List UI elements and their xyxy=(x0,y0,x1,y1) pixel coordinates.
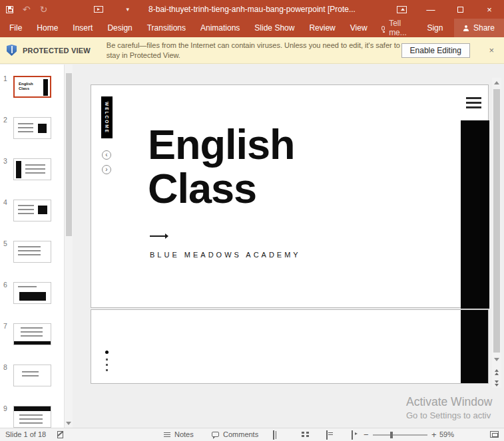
thumbnail-graphic xyxy=(43,79,48,96)
thumbnail-item-2[interactable]: 2 xyxy=(0,116,64,142)
save-icon[interactable] xyxy=(6,6,13,13)
tab-file[interactable]: File xyxy=(2,19,29,37)
scrollbar-thumb[interactable] xyxy=(66,73,72,236)
slide-thumbnail[interactable] xyxy=(13,365,51,386)
window-title: 8-bai-thuyet-trinh-tieng-anh-mau-bang-po… xyxy=(80,0,424,19)
activate-windows-watermark: Activate Window xyxy=(406,395,492,409)
thumbnail-item-3[interactable]: 3 xyxy=(0,157,64,184)
welcome-ribbon-shape: WELCOME xyxy=(101,96,113,138)
thumbnail-item-7[interactable]: 7 xyxy=(0,322,64,349)
tab-animations[interactable]: Animations xyxy=(193,19,247,37)
next-slide-button[interactable] xyxy=(495,380,499,386)
tab-review[interactable]: Review xyxy=(302,19,342,37)
comments-button[interactable]: Comments xyxy=(212,430,258,438)
zoom-slider[interactable] xyxy=(373,434,427,436)
maximize-icon xyxy=(457,7,463,13)
comment-icon xyxy=(212,432,219,437)
zoom-slider-thumb[interactable] xyxy=(390,432,393,438)
scroll-up-arrow-icon[interactable] xyxy=(494,81,499,84)
minimize-button[interactable]: — xyxy=(416,0,445,19)
thumbnail-item-6[interactable]: 6 xyxy=(0,281,64,307)
zoom-out-button[interactable]: − xyxy=(364,430,369,440)
slide-thumbnail[interactable]: English Class xyxy=(13,76,51,98)
slide-subtitle-text: BLUE MEADOWS ACADEMY xyxy=(150,251,301,259)
bullet-placeholder xyxy=(105,351,109,354)
banner-close-icon[interactable]: × xyxy=(485,45,499,55)
thumbnail-item-5[interactable]: 5 xyxy=(0,239,64,266)
protected-view-message: Be careful—files from the Internet can c… xyxy=(107,41,401,61)
activate-windows-watermark-sub: Go to Settings to activ xyxy=(406,410,491,420)
shield-icon xyxy=(7,45,17,56)
scroll-down-arrow-icon[interactable] xyxy=(494,358,499,361)
slide-number: 8 xyxy=(3,363,7,371)
double-chevron-up-icon xyxy=(495,372,499,375)
vertical-scrollbar[interactable] xyxy=(492,78,501,388)
slide-thumbnail[interactable] xyxy=(13,117,51,139)
zoom-level[interactable]: 59% xyxy=(439,430,454,438)
double-chevron-down-icon xyxy=(495,380,499,383)
scroll-down-arrow-icon[interactable] xyxy=(66,422,71,425)
redo-icon[interactable]: ↻ xyxy=(40,5,48,14)
protected-view-banner: PROTECTED VIEW Be careful—files from the… xyxy=(0,37,504,64)
tab-insert[interactable]: Insert xyxy=(65,19,100,37)
slide-thumbnail[interactable] xyxy=(13,406,51,428)
slide-number: 9 xyxy=(3,404,7,412)
previous-slide-button[interactable] xyxy=(495,369,499,375)
slide-number: 5 xyxy=(3,239,7,247)
slide-thumbnail[interactable] xyxy=(13,241,51,263)
reading-view-icon[interactable] xyxy=(326,430,328,440)
slide-number: 1 xyxy=(3,74,7,82)
comments-label: Comments xyxy=(223,430,258,438)
hamburger-menu-icon xyxy=(466,102,481,104)
notes-button[interactable]: Notes xyxy=(164,430,194,438)
lightbulb-icon xyxy=(381,26,385,31)
zoom-in-button[interactable]: + xyxy=(431,430,437,440)
tab-slide-show[interactable]: Slide Show xyxy=(247,19,302,37)
slide-canvas[interactable]: WELCOME ‹ › English Class BLUE MEADOWS A… xyxy=(91,84,489,308)
slide-thumbnail[interactable] xyxy=(13,158,51,180)
slide-thumbnail[interactable] xyxy=(13,200,51,221)
slide-thumbnail[interactable] xyxy=(13,323,51,345)
status-bar: Slide 1 of 18 Notes Comments − + 59% xyxy=(0,428,504,441)
thumbnail-item-1[interactable]: 1 English Class xyxy=(0,74,64,101)
fit-slide-to-window-icon[interactable] xyxy=(490,431,499,438)
thumbnail-panel-scrollbar[interactable] xyxy=(64,65,73,428)
person-icon xyxy=(463,25,469,31)
maximize-button[interactable] xyxy=(445,0,475,19)
tell-me-box[interactable]: Tell me... xyxy=(375,19,419,37)
slide-thumbnail[interactable] xyxy=(13,282,51,304)
normal-view-icon[interactable] xyxy=(273,430,274,440)
presentation-display-icon[interactable] xyxy=(397,6,407,13)
tab-design[interactable]: Design xyxy=(100,19,139,37)
notes-label: Notes xyxy=(174,430,194,438)
scrollbar-thumb[interactable] xyxy=(493,89,500,353)
slide-show-view-icon[interactable] xyxy=(352,430,353,440)
enable-editing-button[interactable]: Enable Editing xyxy=(401,43,470,58)
notes-icon xyxy=(164,432,170,437)
window-controls: — × xyxy=(397,0,504,19)
ribbon-right-group: Tell me... Sign in Share xyxy=(375,19,504,37)
tab-home[interactable]: Home xyxy=(29,19,65,37)
bullet-placeholder xyxy=(106,359,108,361)
slide-prev-circle-shape: ‹ xyxy=(102,150,111,160)
title-bar: ↶ ↻ ▾ 8-bai-thuyet-trinh-tieng-anh-mau-b… xyxy=(0,0,504,19)
share-button[interactable]: Share xyxy=(454,19,504,37)
slide-number: 2 xyxy=(3,116,7,124)
tell-me-label: Tell me... xyxy=(389,19,411,37)
next-slide-partial[interactable] xyxy=(91,309,489,384)
undo-icon[interactable]: ↶ xyxy=(23,5,31,14)
double-chevron-down-icon xyxy=(495,384,499,386)
slide-number: 7 xyxy=(3,322,7,330)
tab-view[interactable]: View xyxy=(343,19,375,37)
thumbnail-item-9[interactable]: 9 xyxy=(0,404,64,428)
share-label: Share xyxy=(473,23,495,33)
thumbnail-title-text: English Class xyxy=(19,82,39,91)
slide-number: 3 xyxy=(3,157,7,165)
thumbnail-item-8[interactable]: 8 xyxy=(0,363,64,390)
proofing-status-icon[interactable] xyxy=(57,431,63,438)
close-button[interactable]: × xyxy=(475,0,504,19)
tab-transitions[interactable]: Transitions xyxy=(140,19,193,37)
thumbnail-item-4[interactable]: 4 xyxy=(0,198,64,225)
slide-title-text: English Class xyxy=(148,122,387,210)
sign-in-button[interactable]: Sign in xyxy=(418,19,454,37)
